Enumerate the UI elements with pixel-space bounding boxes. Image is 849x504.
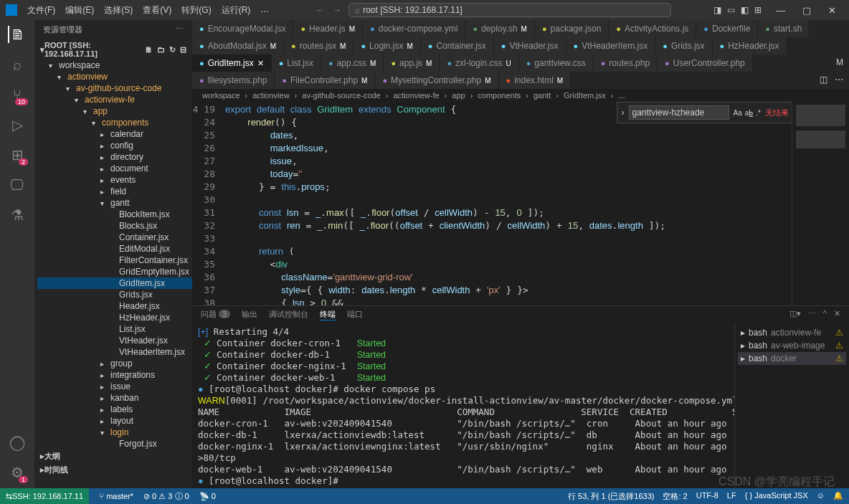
terminal-instance[interactable]: ▸ bash docker⚠ xyxy=(738,352,846,365)
git-branch[interactable]: ⑂ master* xyxy=(99,492,133,500)
remote-indicator[interactable]: ⇆ SSH: 192.168.17.11 xyxy=(0,488,89,504)
panel-bottom-icon[interactable]: ▭ xyxy=(727,5,735,15)
editor-tab[interactable]: ●Grids.jsx xyxy=(655,37,712,54)
panel-more-icon[interactable]: ⋯ xyxy=(808,309,816,320)
more-icon[interactable]: ⋯ xyxy=(176,24,184,35)
editor-tab[interactable]: ●ActivityActions.js xyxy=(609,20,696,37)
encoding-status[interactable]: UTF-8 xyxy=(696,491,718,502)
breadcrumb-item[interactable]: ... xyxy=(618,91,625,100)
breadcrumb-item[interactable]: components xyxy=(478,91,521,100)
editor-tab[interactable]: ●EncourageModal.jsx xyxy=(192,20,293,37)
editor-tab[interactable]: ●filesystems.php xyxy=(192,72,275,89)
menu-item[interactable]: 编辑(E) xyxy=(61,1,98,19)
tree-item[interactable]: GridItem.jsx xyxy=(37,277,192,289)
tree-item[interactable]: ▾actionview xyxy=(37,71,192,82)
run-debug-icon[interactable]: ▷ xyxy=(9,116,26,133)
tree-item[interactable]: GridEmptyItem.jsx xyxy=(37,266,192,277)
ports-status[interactable]: 📡 0 xyxy=(199,492,216,501)
split-editor-icon[interactable]: ◫ xyxy=(820,75,827,86)
tab-debug-console[interactable]: 调试控制台 xyxy=(269,309,308,320)
regex-icon[interactable]: .* xyxy=(756,109,761,117)
tree-item[interactable]: ▸group xyxy=(37,358,192,369)
bell-icon[interactable]: 🔔 xyxy=(833,491,843,502)
code-editor[interactable]: 4 19 24 25 26 27 28 29 30 31 32 33 34 35… xyxy=(192,102,849,305)
eol-status[interactable]: LF xyxy=(727,491,736,502)
tree-item[interactable]: ▾workspace xyxy=(37,60,192,71)
breadcrumb-item[interactable]: av-github-source-code xyxy=(302,91,380,100)
editor-tab[interactable]: ●UserController.php xyxy=(658,54,753,72)
panel-close-icon[interactable]: ✕ xyxy=(834,309,840,320)
folder-section-header[interactable]: ▾ROOT [SSH: 192.168.17.11] 🗎 🗀 ↻ ⊟ xyxy=(34,39,192,60)
editor-tab[interactable]: ●package.json xyxy=(535,20,609,37)
tree-item[interactable]: ▸integrations xyxy=(37,369,192,381)
editor-tab[interactable]: ●deploy.shM xyxy=(465,20,534,37)
breadcrumb-item[interactable]: actionview-fe xyxy=(393,91,439,100)
tree-item[interactable]: List.jsx xyxy=(37,323,192,335)
collapse-icon[interactable]: ⊟ xyxy=(180,45,186,54)
tree-item[interactable]: ▸calendar xyxy=(37,128,192,140)
editor-tab[interactable]: ●List.jsx xyxy=(272,54,321,72)
editor-tab[interactable]: ●start.sh xyxy=(758,20,810,37)
tree-item[interactable]: ▸labels xyxy=(37,404,192,415)
tree-item[interactable]: ▸issue xyxy=(37,381,192,392)
editor-tab[interactable]: ●GridItem.jsx✕ xyxy=(192,54,272,72)
tree-item[interactable]: ▸field xyxy=(37,186,192,197)
editor-tab[interactable]: ●ganttview.css xyxy=(519,54,594,72)
breadcrumb-item[interactable]: workspace xyxy=(202,91,240,100)
tab-output[interactable]: 输出 xyxy=(242,309,257,320)
layout-grid-icon[interactable]: ⊞ xyxy=(754,5,762,15)
search-icon[interactable]: ⌕ xyxy=(9,56,26,73)
tree-item[interactable]: ▾app xyxy=(37,105,192,117)
panel-maximize-icon[interactable]: ^ xyxy=(823,309,827,320)
breadcrumb-item[interactable]: GridItem.jsx xyxy=(564,91,606,100)
tree-item[interactable]: ▸config xyxy=(37,140,192,151)
editor-tab[interactable]: ●docker-compose.yml xyxy=(363,20,465,37)
editor-tab[interactable]: ●AboutModal.jsxM xyxy=(192,37,284,54)
editor-tab[interactable]: ●routes.jsxM xyxy=(284,37,354,54)
terminal-output[interactable]: [+] Restarting 4/4 ✓ Container docker-cr… xyxy=(192,323,734,488)
tree-item[interactable]: Container.jsx xyxy=(37,232,192,243)
tree-item[interactable]: ▸kanban xyxy=(37,392,192,404)
account-icon[interactable]: ◯ xyxy=(9,434,26,451)
tree-item[interactable]: Forgot.jsx xyxy=(37,438,192,450)
editor-tab[interactable]: ●zxl-login.cssU xyxy=(440,54,518,72)
tab-terminal[interactable]: 终端 xyxy=(320,309,336,320)
tree-item[interactable]: FilterContainer.jsx xyxy=(37,255,192,266)
tree-item[interactable]: Grids.jsx xyxy=(37,289,192,300)
tree-item[interactable]: ▾components xyxy=(37,117,192,128)
outline-section[interactable]: ▸大纲 xyxy=(34,450,192,463)
editor-tab[interactable]: ●FileController.phpM xyxy=(275,72,375,89)
tree-item[interactable]: BlockItem.jsx xyxy=(37,209,192,220)
maximize-icon[interactable]: ▢ xyxy=(795,2,818,19)
panel-left-icon[interactable]: ◨ xyxy=(713,5,721,15)
testing-icon[interactable]: ⚗ xyxy=(9,206,26,224)
problems-status[interactable]: ⊘ 0 ⚠ 3 ⓘ 0 xyxy=(143,491,189,502)
editor-tab[interactable]: ●Login.jsxM xyxy=(354,37,420,54)
language-status[interactable]: { } JavaScript JSX xyxy=(745,491,808,502)
editor-tab[interactable]: ●Container.jsx xyxy=(421,37,494,54)
terminal-instance[interactable]: ▸ bash actionview-fe⚠ xyxy=(738,326,846,339)
editor-tab[interactable]: ●app.cssM xyxy=(321,54,384,72)
tree-item[interactable]: ▾actionview-fe xyxy=(37,94,192,105)
editor-tab[interactable]: ●index.htmlM xyxy=(499,72,571,89)
more-actions-icon[interactable]: ⋯ xyxy=(835,75,843,86)
extensions-icon[interactable]: ⊞2 xyxy=(9,146,26,163)
match-case-icon[interactable]: Aa xyxy=(734,109,742,117)
tree-item[interactable]: VtHeader.jsx xyxy=(37,335,192,346)
settings-gear-icon[interactable]: ⚙1 xyxy=(9,464,26,481)
whole-word-icon[interactable]: ab̲ xyxy=(745,109,754,117)
tree-item[interactable]: ▾gantt xyxy=(37,197,192,209)
tree-item[interactable]: ▸directory xyxy=(37,151,192,163)
command-center-search[interactable]: root [SSH: 192.168.17.11] xyxy=(348,3,671,17)
editor-tab[interactable]: ●VtHeaderItem.jsx xyxy=(566,37,656,54)
tree-item[interactable]: ▸layout xyxy=(37,415,192,427)
menu-item[interactable]: 转到(G) xyxy=(177,1,215,19)
menu-item[interactable]: 查看(V) xyxy=(138,1,176,19)
cursor-position[interactable]: 行 53, 列 1 (已选择1633) xyxy=(568,491,654,502)
tree-item[interactable]: ▾av-github-source-code xyxy=(37,82,192,94)
feedback-icon[interactable]: ☺ xyxy=(817,491,825,502)
tree-item[interactable]: EditModal.jsx xyxy=(37,243,192,255)
breadcrumb-item[interactable]: actionview xyxy=(252,91,289,100)
editor-tab[interactable]: ●MysettingController.phpM xyxy=(375,72,498,89)
editor-tab[interactable]: ●app.jsM xyxy=(384,54,440,72)
